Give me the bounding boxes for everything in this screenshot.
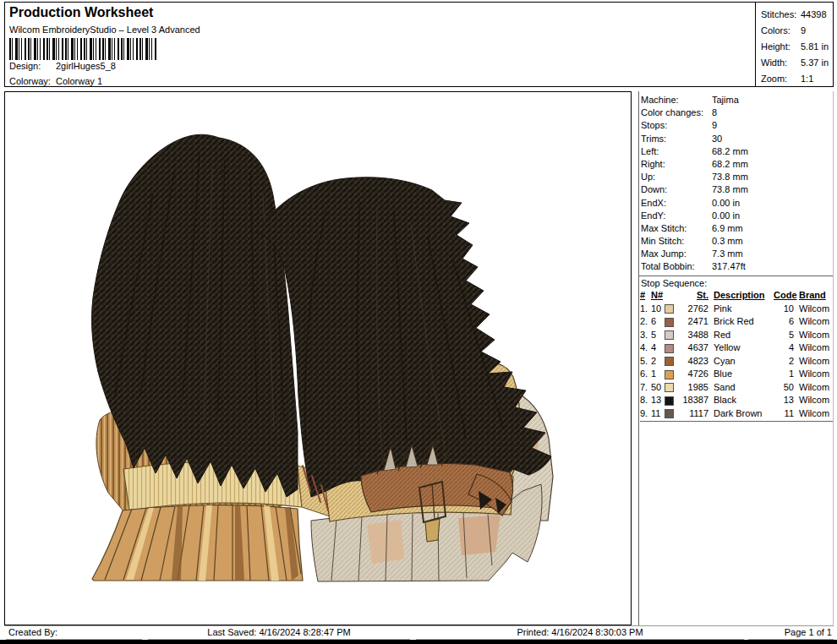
- thread-code: 2: [774, 355, 794, 368]
- swatch-cell: [665, 355, 677, 368]
- swatch-cell: [665, 341, 677, 355]
- stat-row: Zoom:1:1: [761, 71, 833, 87]
- info-row: Machine:Tajima: [641, 94, 833, 106]
- thread-brand: Wilcom: [794, 407, 829, 421]
- machine-info-list: Machine:Tajima Color changes:8 Stops:9 T…: [641, 94, 833, 274]
- stitch-count: 4726: [677, 368, 710, 381]
- thread-description: Black: [710, 394, 774, 407]
- info-value: 68.2 mm: [712, 159, 748, 169]
- stitch-count: 2471: [677, 315, 710, 329]
- thread-brand: Wilcom: [794, 394, 829, 407]
- stop-sequence-rows: 1. 10 2762 Pink 10 Wilcom 2. 6 2471 Bric…: [640, 303, 833, 421]
- colorway-value: Colorway 1: [56, 76, 102, 86]
- info-value: 9: [712, 120, 717, 130]
- info-label: Color changes:: [641, 106, 712, 119]
- info-label: Min Stitch:: [641, 235, 712, 248]
- info-value: 317.47ft: [712, 261, 746, 271]
- thread-number: 6: [651, 315, 665, 329]
- design-label: Design:: [9, 61, 56, 71]
- right-girl-hair: [257, 177, 551, 497]
- stop-sequence-row: 3. 5 3488 Red 5 Wilcom: [640, 329, 833, 342]
- info-label: Machine:: [641, 94, 712, 106]
- stat-label: Stitches:: [761, 7, 801, 23]
- thread-color-swatch: [665, 318, 674, 327]
- stop-sequence-title: Stop Sequence:: [641, 276, 833, 290]
- stop-sequence-row: 5. 2 4823 Cyan 2 Wilcom: [640, 355, 833, 368]
- stop-sequence-row: 1. 10 2762 Pink 10 Wilcom: [640, 303, 833, 316]
- stat-label: Height:: [761, 39, 801, 55]
- info-value: 68.2 mm: [712, 146, 748, 156]
- info-row: Max Jump:7.3 mm: [641, 248, 833, 260]
- thread-code: 6: [774, 315, 794, 329]
- info-label: EndX:: [641, 197, 712, 210]
- row-num: 1.: [640, 303, 651, 316]
- page-number: Page 1 of 1: [748, 626, 834, 640]
- info-row: EndX:0.00 in: [641, 197, 833, 210]
- thread-brand: Wilcom: [794, 341, 829, 355]
- info-value: Tajima: [712, 95, 739, 105]
- stat-row: Colors:9: [761, 23, 833, 39]
- thread-description: Blue: [710, 368, 774, 381]
- info-label: Left:: [641, 145, 712, 158]
- stitch-count: 1985: [677, 381, 710, 395]
- info-label: Stops:: [641, 119, 712, 132]
- page-bottom-bar: [0, 640, 837, 644]
- swatch-cell: [665, 381, 677, 395]
- thread-code: 1: [774, 368, 794, 381]
- last-saved: Last Saved: 4/16/2024 8:28:47 PM: [148, 626, 410, 640]
- info-label: Right:: [641, 158, 712, 171]
- row-num: 5.: [640, 355, 651, 368]
- thread-color-swatch: [665, 383, 674, 392]
- thread-number: 2: [651, 355, 665, 368]
- col-brand: Brand: [794, 289, 826, 303]
- info-row: Min Stitch:0.3 mm: [641, 235, 833, 248]
- thread-brand: Wilcom: [794, 329, 829, 342]
- info-value: 73.8 mm: [712, 172, 748, 182]
- thread-number: 5: [651, 329, 665, 342]
- info-value: 30: [712, 134, 722, 144]
- info-value: 6.9 mm: [712, 223, 743, 233]
- colorway-label: Colorway:: [9, 76, 56, 86]
- stat-value: 9: [801, 25, 806, 35]
- thread-number: 4: [651, 341, 665, 355]
- stat-row: Width:5.37 in: [761, 55, 833, 71]
- info-value: 73.8 mm: [712, 184, 748, 194]
- header: Production Worksheet Wilcom EmbroiderySt…: [4, 2, 834, 87]
- thread-description: Cyan: [710, 355, 774, 368]
- stop-sequence-row: 6. 1 4726 Blue 1 Wilcom: [640, 368, 833, 381]
- stop-sequence-row: 9. 11 1117 Dark Brown 11 Wilcom: [640, 407, 833, 421]
- info-label: Down:: [641, 183, 712, 196]
- stitch-count: 18387: [677, 394, 710, 407]
- stat-value: 1:1: [801, 74, 813, 84]
- stat-label: Colors:: [761, 23, 801, 39]
- thread-number: 1: [651, 368, 665, 381]
- stat-value: 44398: [801, 9, 827, 19]
- info-row: Max Stitch:6.9 mm: [641, 222, 833, 235]
- design-stats-box: Stitches:44398 Colors:9 Height:5.81 in W…: [755, 3, 833, 86]
- thread-code: 50: [774, 381, 794, 395]
- thread-color-swatch: [665, 304, 674, 314]
- left-girl-skirt: [92, 505, 303, 581]
- info-value: 0.00 in: [712, 198, 740, 208]
- thread-description: Pink: [710, 303, 774, 316]
- production-worksheet-page: Production Worksheet Wilcom EmbroiderySt…: [0, 0, 837, 644]
- footer: Created By: Last Saved: 4/16/2024 8:28:4…: [4, 625, 834, 641]
- thread-description: Sand: [710, 381, 774, 395]
- thread-color-swatch: [665, 409, 674, 418]
- info-label: EndY:: [641, 210, 712, 222]
- thread-description: Yellow: [710, 341, 774, 355]
- design-barcode: [9, 38, 158, 60]
- info-value: 0.3 mm: [712, 236, 743, 246]
- thread-brand: Wilcom: [794, 368, 829, 381]
- info-row: EndY:0.00 in: [641, 210, 833, 222]
- stat-label: Zoom:: [761, 71, 801, 87]
- thread-brand: Wilcom: [794, 381, 829, 395]
- swatch-cell: [665, 394, 677, 407]
- design-canvas: [5, 92, 631, 625]
- swatch-cell: [665, 329, 677, 342]
- stop-sequence-row: 4. 4 4637 Yellow 4 Wilcom: [640, 341, 833, 355]
- row-num: 6.: [640, 368, 651, 381]
- colorway-row: Colorway:Colorway 1: [9, 76, 102, 86]
- info-label: Max Stitch:: [641, 222, 712, 235]
- stat-value: 5.81 in: [801, 41, 829, 52]
